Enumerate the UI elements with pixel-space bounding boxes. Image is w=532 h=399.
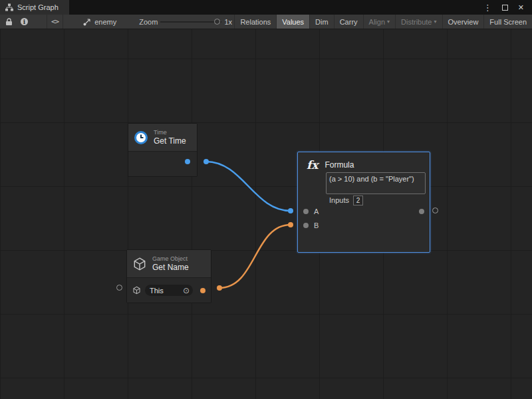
zoom-label: Zoom [139, 18, 158, 26]
node-category: Game Object [152, 255, 189, 263]
toolbar-buttons: Relations Values Dim Carry Align ▾ Distr… [234, 15, 532, 29]
values-button[interactable]: Values [276, 15, 309, 29]
node-title: Formula [325, 160, 354, 170]
graph-canvas[interactable]: Time Get Time fx Formula (a > 10) and (b… [0, 29, 532, 399]
port-b-input[interactable] [303, 223, 309, 228]
wire-time-to-formula [206, 162, 291, 211]
info-icon[interactable]: i [17, 15, 32, 29]
wire-endpoint [288, 222, 293, 227]
close-icon[interactable]: ✕ [518, 3, 524, 12]
port-b-label: B [314, 221, 319, 229]
window-controls: ⋮ ✕ [483, 3, 532, 13]
port-a-label: A [314, 207, 319, 215]
node-get-name-body: This ⊙ [127, 278, 211, 303]
clock-icon [134, 130, 148, 145]
node-category: Time [154, 129, 186, 136]
port-ring-formula-output[interactable] [432, 207, 438, 213]
graph-breadcrumb[interactable]: enemy [83, 18, 116, 26]
script-graph-tab[interactable]: Script Graph [0, 0, 69, 15]
title-bar: Script Graph ⋮ ✕ [0, 0, 532, 15]
inputs-label: Inputs [329, 196, 349, 204]
node-get-name[interactable]: Game Object Get Name This ⊙ [126, 249, 211, 303]
window-title: Script Graph [17, 3, 59, 11]
port-name-output[interactable] [200, 288, 205, 293]
port-a-input[interactable] [303, 209, 309, 214]
port-time-output[interactable] [185, 159, 190, 164]
wire-name-to-formula [219, 225, 291, 288]
code-view-icon[interactable]: <> [47, 15, 63, 29]
formula-fx-icon: fx [307, 158, 318, 172]
target-icon[interactable]: ⊙ [183, 287, 190, 295]
node-title: Get Name [152, 263, 189, 272]
formula-expression-input[interactable]: (a > 10) and (b = "Player") [326, 172, 426, 194]
node-formula[interactable]: fx Formula (a > 10) and (b = "Player") I… [297, 152, 430, 253]
port-result-output[interactable] [419, 209, 424, 214]
node-get-time-header[interactable]: Time Get Time [128, 124, 197, 152]
target-dropdown[interactable]: This ⊙ [145, 285, 193, 296]
lock-icon[interactable] [0, 15, 17, 29]
zoom-slider-knob[interactable] [214, 19, 220, 25]
zoom-slider[interactable] [160, 15, 221, 29]
overview-button[interactable]: Overview [442, 15, 484, 29]
inputs-count-field[interactable]: 2 [353, 196, 363, 205]
wire-endpoint [288, 208, 293, 213]
dim-button[interactable]: Dim [309, 15, 334, 29]
toolbar-divider [63, 15, 63, 29]
wire-endpoint [217, 285, 222, 291]
relations-button[interactable]: Relations [234, 15, 276, 29]
node-get-name-header[interactable]: Game Object Get Name [127, 250, 211, 278]
node-get-name-titles: Game Object Get Name [152, 255, 189, 272]
chevron-down-icon: ▾ [387, 19, 390, 25]
full-screen-button[interactable]: Full Screen [483, 15, 532, 29]
cube-icon-small [132, 286, 141, 295]
target-value: This [150, 287, 164, 295]
node-get-time-body [128, 152, 197, 176]
cube-icon [132, 257, 147, 271]
carry-button[interactable]: Carry [334, 15, 363, 29]
chevron-down-icon: ▾ [434, 19, 437, 25]
node-get-time[interactable]: Time Get Time [128, 123, 198, 177]
script-graph-icon [5, 3, 13, 11]
formula-port-row-b: B [303, 220, 424, 231]
wire-layer [0, 29, 532, 399]
formula-inputs-row: Inputs 2 [329, 195, 363, 205]
zoom-slider-track [160, 21, 221, 23]
align-button[interactable]: Align ▾ [363, 15, 395, 29]
maximize-icon[interactable] [502, 5, 508, 11]
formula-port-row-a: A [303, 206, 424, 217]
zoom-value: 1x [224, 18, 232, 26]
wire-endpoint [203, 159, 209, 164]
graph-name: enemy [94, 18, 116, 26]
graph-asset-icon [83, 18, 91, 26]
port-ring-get-name-input[interactable] [116, 285, 122, 291]
node-formula-header[interactable]: fx Formula [307, 156, 354, 174]
menu-kebab-icon[interactable]: ⋮ [483, 3, 492, 13]
node-title: Get Time [154, 136, 186, 146]
graph-toolbar: i <> enemy Zoom 1x Relations Values Dim … [0, 15, 532, 29]
node-get-time-titles: Time Get Time [154, 129, 186, 146]
distribute-button[interactable]: Distribute ▾ [395, 15, 442, 29]
